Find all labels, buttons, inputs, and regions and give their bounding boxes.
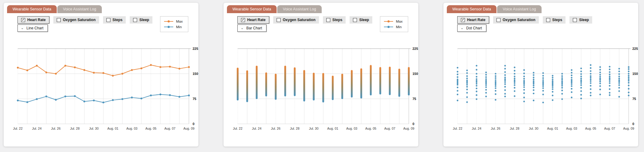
svg-text:Aug. 07: Aug. 07 bbox=[604, 127, 615, 130]
checkbox-unchecked-icon[interactable] bbox=[277, 18, 281, 22]
checkbox-unchecked-icon[interactable] bbox=[573, 18, 577, 22]
panel-bar-chart: Wearable Sensor Data Voice Assistant Log… bbox=[224, 3, 418, 146]
checkbox-unchecked-icon[interactable] bbox=[546, 18, 550, 22]
legend-item-max: Max bbox=[384, 20, 408, 23]
svg-text:Aug. 05: Aug. 05 bbox=[365, 127, 376, 130]
svg-text:75: 75 bbox=[412, 97, 416, 101]
metric-label: Oxygen Saturation bbox=[503, 18, 535, 22]
metric-checkbox-oxygen-saturation[interactable]: Oxygen Saturation bbox=[53, 16, 99, 24]
tab-voice-assistant-log[interactable]: Voice Assistant Log bbox=[277, 5, 321, 13]
metric-label: Steps bbox=[552, 18, 562, 22]
svg-text:Aug. 03: Aug. 03 bbox=[346, 127, 357, 130]
svg-text:Jul. 22: Jul. 22 bbox=[233, 127, 243, 130]
metric-checkbox-steps[interactable]: Steps bbox=[543, 16, 566, 24]
metric-checkbox-steps[interactable]: Steps bbox=[103, 16, 126, 24]
svg-text:Aug. 03: Aug. 03 bbox=[126, 127, 137, 130]
legend-label: Min bbox=[176, 25, 182, 29]
checkbox-checked-icon[interactable]: ✓ bbox=[241, 18, 245, 22]
chart-type-label: Line Chart bbox=[26, 26, 43, 30]
metric-checkbox-steps[interactable]: Steps bbox=[323, 16, 346, 24]
svg-text:150: 150 bbox=[412, 72, 418, 76]
svg-text:0: 0 bbox=[193, 122, 194, 126]
legend-line-icon bbox=[384, 27, 393, 27]
checkbox-unchecked-icon[interactable] bbox=[353, 18, 357, 22]
legend-line-icon bbox=[384, 21, 393, 22]
legend-line-icon bbox=[164, 21, 173, 22]
chart-type-dropdown[interactable]: ⌄ Bar Chart bbox=[237, 24, 266, 32]
metric-checkbox-sleep[interactable]: Sleep bbox=[569, 16, 592, 24]
legend-label: Min bbox=[396, 25, 402, 29]
chart-legend: MaxMin bbox=[380, 16, 408, 32]
checkbox-unchecked-icon[interactable] bbox=[496, 18, 500, 22]
svg-text:Jul. 26: Jul. 26 bbox=[51, 127, 61, 130]
tab-voice-assistant-log[interactable]: Voice Assistant Log bbox=[497, 5, 541, 13]
chart-type-dropdown[interactable]: ⌄ Line Chart bbox=[17, 24, 48, 32]
checkbox-checked-icon[interactable]: ✓ bbox=[21, 18, 25, 22]
tab-wearable-sensor-data[interactable]: Wearable Sensor Data bbox=[7, 5, 57, 13]
chart-type-dropdown[interactable]: ⌄ Dot Chart bbox=[457, 24, 486, 32]
panel-dot-chart: Wearable Sensor Data Voice Assistant Log… bbox=[443, 3, 638, 146]
svg-text:0: 0 bbox=[632, 122, 634, 126]
svg-text:Jul. 22: Jul. 22 bbox=[453, 127, 462, 130]
metric-checkbox-heart-rate[interactable]: ✓Heart Rate bbox=[237, 16, 269, 24]
metric-checkbox-sleep[interactable]: Sleep bbox=[350, 16, 372, 24]
chart-type-label: Bar Chart bbox=[246, 26, 262, 30]
svg-text:Jul. 30: Jul. 30 bbox=[529, 127, 539, 130]
svg-text:Jul. 22: Jul. 22 bbox=[13, 127, 23, 130]
controls-row: ✓Heart RateOxygen SaturationStepsSleep ⌄… bbox=[443, 16, 638, 32]
checkbox-checked-icon[interactable]: ✓ bbox=[461, 18, 465, 22]
checkbox-unchecked-icon[interactable] bbox=[106, 18, 110, 22]
legend-dot-icon bbox=[168, 26, 170, 28]
legend-dot-icon bbox=[168, 20, 170, 23]
metric-checkbox-sleep[interactable]: Sleep bbox=[130, 16, 152, 24]
legend-item-min: Min bbox=[164, 25, 188, 29]
svg-text:225: 225 bbox=[632, 47, 638, 50]
svg-text:Jul. 28: Jul. 28 bbox=[510, 127, 519, 130]
metric-checkbox-heart-rate[interactable]: ✓Heart Rate bbox=[457, 16, 489, 24]
svg-text:Aug. 07: Aug. 07 bbox=[384, 127, 395, 130]
svg-text:Jul. 26: Jul. 26 bbox=[491, 127, 500, 130]
metric-label: Heart Rate bbox=[247, 18, 266, 22]
legend-label: Max bbox=[176, 20, 183, 23]
metric-label: Oxygen Saturation bbox=[63, 18, 96, 22]
svg-text:Aug. 01: Aug. 01 bbox=[327, 127, 338, 130]
svg-text:225: 225 bbox=[412, 47, 418, 50]
tab-wearable-sensor-data[interactable]: Wearable Sensor Data bbox=[227, 5, 277, 13]
controls-row: ✓Heart RateOxygen SaturationStepsSleep ⌄… bbox=[224, 16, 418, 32]
svg-text:150: 150 bbox=[632, 72, 638, 76]
svg-text:75: 75 bbox=[632, 97, 636, 101]
metric-label: Oxygen Saturation bbox=[283, 18, 316, 22]
chart-canvas: 225150750Jul. 22Jul. 24Jul. 26Jul. 28Jul… bbox=[443, 43, 638, 135]
tab-bar: Wearable Sensor Data Voice Assistant Log bbox=[447, 5, 638, 13]
checkbox-unchecked-icon[interactable] bbox=[133, 18, 137, 22]
metric-checkbox-heart-rate[interactable]: ✓Heart Rate bbox=[17, 16, 49, 24]
metric-checkbox-oxygen-saturation[interactable]: Oxygen Saturation bbox=[493, 16, 539, 24]
metric-label: Heart Rate bbox=[27, 18, 46, 22]
metric-label: Sleep bbox=[359, 18, 369, 22]
legend-line-icon bbox=[164, 27, 173, 27]
checkbox-unchecked-icon[interactable] bbox=[326, 18, 330, 22]
legend-label: Max bbox=[396, 20, 403, 23]
svg-text:Jul. 26: Jul. 26 bbox=[271, 127, 281, 130]
tab-wearable-sensor-data[interactable]: Wearable Sensor Data bbox=[447, 5, 496, 13]
svg-text:75: 75 bbox=[193, 97, 196, 101]
svg-text:225: 225 bbox=[193, 47, 198, 50]
legend-dot-icon bbox=[388, 26, 390, 28]
chevron-down-icon: ⌄ bbox=[241, 26, 243, 30]
legend-dot-icon bbox=[388, 20, 390, 23]
legend-item-max: Max bbox=[164, 20, 188, 23]
chart-type-label: Dot Chart bbox=[466, 26, 482, 30]
chart-canvas: 225150750Jul. 22Jul. 24Jul. 26Jul. 28Jul… bbox=[224, 43, 418, 135]
svg-text:Aug. 09: Aug. 09 bbox=[183, 127, 194, 130]
svg-text:Jul. 30: Jul. 30 bbox=[89, 127, 99, 130]
tab-voice-assistant-log[interactable]: Voice Assistant Log bbox=[57, 5, 102, 13]
checkbox-unchecked-icon[interactable] bbox=[57, 18, 61, 22]
metric-label: Steps bbox=[332, 18, 343, 22]
metric-checkbox-oxygen-saturation[interactable]: Oxygen Saturation bbox=[273, 16, 319, 24]
metric-label: Steps bbox=[113, 18, 123, 22]
svg-text:Jul. 24: Jul. 24 bbox=[252, 127, 262, 130]
tab-bar: Wearable Sensor Data Voice Assistant Log bbox=[7, 5, 198, 13]
svg-text:Jul. 30: Jul. 30 bbox=[309, 127, 319, 130]
chevron-down-icon: ⌄ bbox=[21, 26, 24, 30]
metric-label: Heart Rate bbox=[467, 18, 485, 22]
